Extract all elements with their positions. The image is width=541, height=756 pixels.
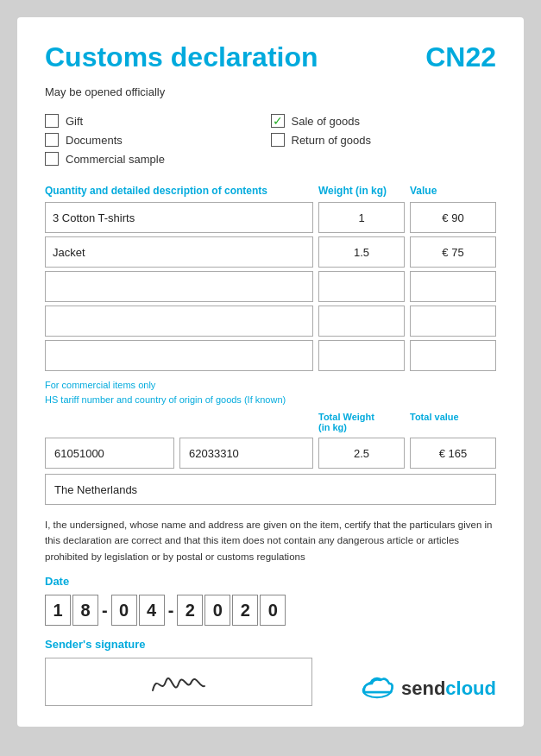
checkbox-gift-box[interactable]	[45, 114, 59, 128]
weight-cell-5[interactable]	[318, 340, 405, 371]
date-digit-1[interactable]: 1	[45, 595, 71, 626]
note-line1: For commercial items only	[45, 378, 496, 393]
totals-row: Total Weight (in kg) Total value	[45, 412, 496, 432]
note-line2: HS tariff number and country of origin o…	[45, 393, 496, 407]
brand-send-text: send	[401, 677, 445, 699]
value-cell-4[interactable]	[410, 306, 496, 337]
value-cell-3[interactable]	[410, 271, 496, 302]
total-weight-header: Total Weight (in kg)	[318, 412, 405, 432]
date-digit-2[interactable]: 8	[72, 595, 98, 626]
desc-cell-5[interactable]	[45, 340, 313, 371]
checkbox-commercial-label: Commercial sample	[66, 153, 165, 166]
checkmark-icon: ✓	[273, 115, 283, 127]
brand-name: sendcloud	[401, 677, 496, 700]
subtitle: May be opened officially	[45, 85, 496, 98]
page-title: Customs declaration	[45, 41, 318, 73]
checkbox-gift-label: Gift	[66, 115, 83, 128]
signature-box[interactable]	[45, 658, 312, 706]
date-digit-3[interactable]: 0	[111, 595, 137, 626]
totals-spacer	[45, 412, 313, 432]
hs-code1[interactable]: 61051000	[45, 438, 174, 469]
table-row	[45, 271, 496, 302]
date-label: Date	[45, 575, 496, 588]
date-digit-7[interactable]: 2	[232, 595, 258, 626]
header: Customs declaration CN22	[45, 41, 496, 73]
signature-row: sendcloud	[45, 658, 496, 706]
brand-cloud-text: cloud	[445, 677, 496, 699]
checkbox-return-label: Return of goods	[292, 134, 372, 147]
date-display: 1 8 - 0 4 - 2 0 2 0	[45, 595, 496, 626]
table-row: Jacket 1.5 € 75	[45, 236, 496, 268]
desc-cell-4[interactable]	[45, 306, 313, 337]
brand-logo: sendcloud	[360, 671, 496, 706]
hs-codes-container: 61051000 62033310	[45, 438, 313, 469]
table-header: Quantity and detailed description of con…	[45, 185, 496, 197]
table-rows: 3 Cotton T-shirts 1 € 90 Jacket 1.5 € 75	[45, 202, 496, 371]
checkbox-return-box[interactable]	[271, 133, 285, 147]
total-weight-label2: (in kg)	[318, 422, 405, 432]
table-row: 3 Cotton T-shirts 1 € 90	[45, 202, 496, 233]
desc-cell-2[interactable]: Jacket	[45, 236, 313, 268]
total-weight-value[interactable]: 2.5	[318, 438, 405, 469]
checkbox-sale-label: Sale of goods	[292, 115, 361, 128]
date-digit-8[interactable]: 0	[260, 595, 286, 626]
date-digit-6[interactable]: 0	[204, 595, 230, 626]
hs-totals-row: 61051000 62033310 2.5 € 165	[45, 438, 496, 469]
table-row	[45, 340, 496, 371]
weight-cell-2[interactable]: 1.5	[318, 236, 405, 268]
checkbox-sale-box[interactable]: ✓	[271, 114, 285, 128]
checkbox-sale-of-goods[interactable]: ✓ Sale of goods	[271, 114, 497, 128]
total-value-label: Total value	[410, 412, 496, 432]
country-row: The Netherlands	[45, 474, 496, 505]
checkbox-gift[interactable]: Gift	[45, 114, 271, 128]
col3-header: Value	[410, 185, 496, 197]
checkbox-return-of-goods[interactable]: Return of goods	[271, 133, 497, 147]
cn22-code: CN22	[425, 41, 496, 73]
total-value[interactable]: € 165	[410, 438, 496, 469]
certification-text: I, the undersigned, whose name and addre…	[45, 517, 496, 564]
value-cell-1[interactable]: € 90	[410, 202, 496, 233]
cloud-icon	[360, 671, 394, 706]
country-field[interactable]: The Netherlands	[45, 474, 496, 505]
checkbox-documents[interactable]: Documents	[45, 133, 271, 147]
customs-declaration-card: Customs declaration CN22 May be opened o…	[17, 17, 524, 727]
hs-code2[interactable]: 62033310	[179, 438, 313, 469]
date-digit-4[interactable]: 4	[139, 595, 165, 626]
date-sep-1: -	[100, 601, 110, 621]
table-row	[45, 306, 496, 337]
weight-cell-1[interactable]: 1	[318, 202, 405, 233]
checkbox-documents-box[interactable]	[45, 133, 59, 147]
notes-section: For commercial items only HS tariff numb…	[45, 378, 496, 406]
value-cell-2[interactable]: € 75	[410, 236, 496, 268]
date-digit-5[interactable]: 2	[177, 595, 203, 626]
desc-cell-1[interactable]: 3 Cotton T-shirts	[45, 202, 313, 233]
desc-cell-3[interactable]	[45, 271, 313, 302]
signature-label: Sender's signature	[45, 638, 496, 651]
col2-header: Weight (in kg)	[318, 185, 405, 197]
checkbox-commercial-box[interactable]	[45, 152, 59, 166]
value-cell-5[interactable]	[410, 340, 496, 371]
weight-cell-3[interactable]	[318, 271, 405, 302]
signature-svg	[144, 665, 213, 699]
total-weight-label: Total Weight	[318, 412, 405, 422]
checkbox-commercial-sample[interactable]: Commercial sample	[45, 152, 271, 166]
date-sep-2: -	[167, 601, 176, 621]
col1-header: Quantity and detailed description of con…	[45, 185, 313, 197]
weight-cell-4[interactable]	[318, 306, 405, 337]
checkbox-group: Gift ✓ Sale of goods Documents Return of…	[45, 114, 496, 166]
checkbox-documents-label: Documents	[66, 134, 123, 147]
